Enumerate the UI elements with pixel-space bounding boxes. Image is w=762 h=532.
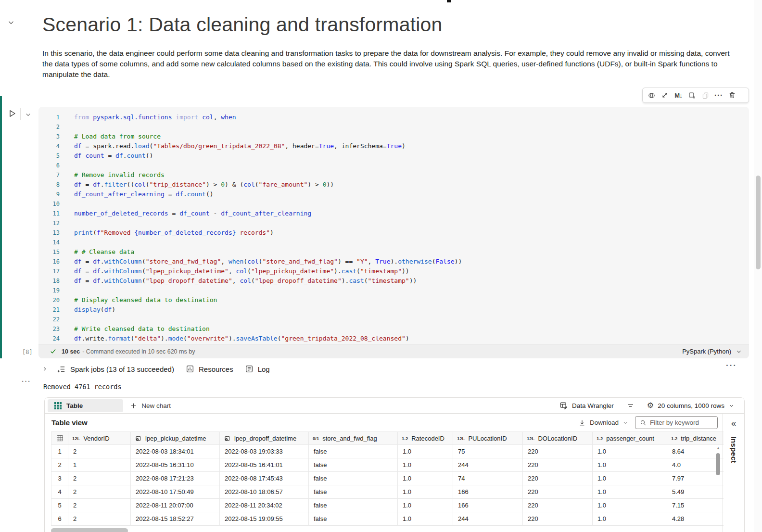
- run-options-chevron-icon[interactable]: [25, 111, 32, 118]
- resources-tab[interactable]: Resources: [186, 365, 233, 373]
- table-cell[interactable]: 4.28: [667, 512, 724, 526]
- table-cell[interactable]: 2022-08-05 16:41:01: [220, 458, 309, 472]
- table-cell[interactable]: 2022-08-03 18:34:01: [131, 445, 220, 458]
- table-cell[interactable]: 220: [523, 458, 593, 472]
- page-scrollbar-thumb[interactable]: [756, 176, 761, 269]
- inspect-tab[interactable]: Inspect: [730, 436, 738, 463]
- filter-icon[interactable]: [626, 402, 635, 410]
- row-index[interactable]: 3: [51, 472, 68, 485]
- download-button[interactable]: Download: [578, 419, 628, 427]
- row-index[interactable]: 2: [51, 458, 68, 472]
- more-options-icon[interactable]: ···: [726, 361, 737, 370]
- log-tab[interactable]: Log: [245, 365, 270, 373]
- table-cell[interactable]: 2: [68, 512, 131, 526]
- table-cell[interactable]: 244: [453, 458, 523, 472]
- table-cell[interactable]: 220: [523, 499, 593, 512]
- output-more-icon[interactable]: ···: [22, 377, 31, 385]
- table-cell[interactable]: 1.0: [593, 458, 667, 472]
- column-header-VendorID[interactable]: 12LVendorID: [68, 432, 131, 445]
- table-cell[interactable]: 4.0: [667, 458, 724, 472]
- page-scrollbar[interactable]: [754, 0, 762, 532]
- column-header-lpep_dropoff_datetime[interactable]: lpep_dropoff_datetime: [220, 432, 309, 445]
- expand-icon[interactable]: [658, 89, 672, 102]
- clear-output-icon[interactable]: [685, 89, 698, 102]
- keyword-filter-input[interactable]: [650, 419, 708, 426]
- table-cell[interactable]: 2: [68, 472, 131, 485]
- table-cell[interactable]: 2: [68, 499, 131, 512]
- table-cell[interactable]: false: [309, 499, 398, 512]
- chevron-down-icon[interactable]: [7, 18, 15, 27]
- table-cell[interactable]: 2022-08-15 19:09:55: [220, 512, 309, 526]
- table-cell[interactable]: 8.64: [667, 445, 724, 458]
- row-index[interactable]: 4: [51, 485, 68, 499]
- code-editor[interactable]: 1from pyspark.sql.functions import col, …: [38, 107, 749, 358]
- table-cell[interactable]: 1.0: [593, 512, 667, 526]
- row-index[interactable]: 1: [51, 445, 68, 458]
- table-cell[interactable]: 75: [453, 445, 523, 458]
- table-cell[interactable]: 5.49: [667, 485, 724, 499]
- table-cell[interactable]: 74: [453, 472, 523, 485]
- chevron-right-icon[interactable]: [41, 366, 48, 372]
- table-cell[interactable]: 2022-08-15 18:52:27: [131, 512, 220, 526]
- table-cell[interactable]: 7.97: [667, 472, 724, 485]
- table-cell[interactable]: false: [309, 472, 398, 485]
- table-cell[interactable]: 244: [453, 512, 523, 526]
- row-index[interactable]: 6: [51, 512, 68, 526]
- table-cell[interactable]: 2022-08-03 19:03:33: [220, 445, 309, 458]
- table-horizontal-scrollbar-thumb[interactable]: [51, 528, 128, 532]
- column-header-trip_distance[interactable]: 1.2trip_distance: [667, 432, 724, 445]
- table-cell[interactable]: false: [309, 512, 398, 526]
- table-cell[interactable]: 2: [68, 445, 131, 458]
- grid-settings-button[interactable]: ⚙ 20 columns, 1000 rows: [647, 402, 735, 409]
- table-cell[interactable]: 1: [68, 458, 131, 472]
- table-cell[interactable]: 166: [453, 499, 523, 512]
- table-scrollbar-thumb[interactable]: [716, 453, 720, 475]
- column-header-passenger_count[interactable]: 1.2passenger_count: [593, 432, 667, 445]
- table-cell[interactable]: 220: [523, 512, 593, 526]
- table-cell[interactable]: 166: [453, 485, 523, 499]
- delete-icon[interactable]: [725, 89, 739, 102]
- markdown-convert-icon[interactable]: M↓: [672, 89, 685, 102]
- table-cell[interactable]: 2022-08-08 17:45:43: [220, 472, 309, 485]
- table-cell[interactable]: 220: [523, 472, 593, 485]
- column-header-lpep_pickup_datetime[interactable]: lpep_pickup_datetime: [131, 432, 220, 445]
- more-icon[interactable]: ···: [712, 89, 725, 102]
- column-header-RatecodeID[interactable]: 1.2RatecodeID: [398, 432, 453, 445]
- new-chart-button[interactable]: New chart: [130, 402, 171, 409]
- table-cell[interactable]: 2022-08-11 20:07:00: [131, 499, 220, 512]
- language-selector[interactable]: PySpark (Python): [682, 348, 742, 355]
- table-cell[interactable]: 1.0: [593, 485, 667, 499]
- table-cell[interactable]: 220: [523, 485, 593, 499]
- column-header-store_and_fwd_flag[interactable]: 0/1store_and_fwd_flag: [309, 432, 398, 445]
- spark-jobs-toggle[interactable]: Spark jobs (13 of 13 succeeded): [57, 365, 174, 374]
- table-cell[interactable]: 2022-08-10 17:50:49: [131, 485, 220, 499]
- data-wrangler-button[interactable]: Data Wrangler: [559, 401, 614, 410]
- table-cell[interactable]: 1.0: [398, 445, 453, 458]
- row-index[interactable]: 5: [51, 499, 68, 512]
- table-cell[interactable]: 2022-08-08 17:21:23: [131, 472, 220, 485]
- table-cell[interactable]: false: [309, 485, 398, 499]
- table-cell[interactable]: false: [309, 445, 398, 458]
- run-cell-button[interactable]: [7, 109, 17, 118]
- copilot-icon[interactable]: [645, 89, 658, 102]
- table-cell[interactable]: false: [309, 458, 398, 472]
- scroll-up-icon[interactable]: ▲: [716, 446, 721, 451]
- table-cell[interactable]: 1.0: [398, 472, 453, 485]
- column-header-PULocationID[interactable]: 12LPULocationID: [453, 432, 523, 445]
- table-cell[interactable]: 2: [68, 485, 131, 499]
- table-cell[interactable]: 1.0: [593, 472, 667, 485]
- table-cell[interactable]: 2022-08-05 16:31:10: [131, 458, 220, 472]
- duplicate-icon[interactable]: [698, 89, 712, 102]
- table-cell[interactable]: 220: [523, 445, 593, 458]
- table-cell[interactable]: 1.0: [593, 445, 667, 458]
- table-scrollbar[interactable]: ▲: [716, 446, 721, 523]
- table-cell[interactable]: 1.0: [398, 485, 453, 499]
- tab-table[interactable]: Table: [48, 399, 123, 412]
- table-cell[interactable]: 7.15: [667, 499, 724, 512]
- grid-corner-icon[interactable]: [51, 432, 68, 445]
- table-cell[interactable]: 2022-08-11 20:34:02: [220, 499, 309, 512]
- table-cell[interactable]: 2022-08-10 18:06:57: [220, 485, 309, 499]
- collapse-double-chevron-icon[interactable]: «: [731, 418, 737, 429]
- column-header-DOLocationID[interactable]: 12LDOLocationID: [523, 432, 593, 445]
- table-cell[interactable]: 1.0: [398, 458, 453, 472]
